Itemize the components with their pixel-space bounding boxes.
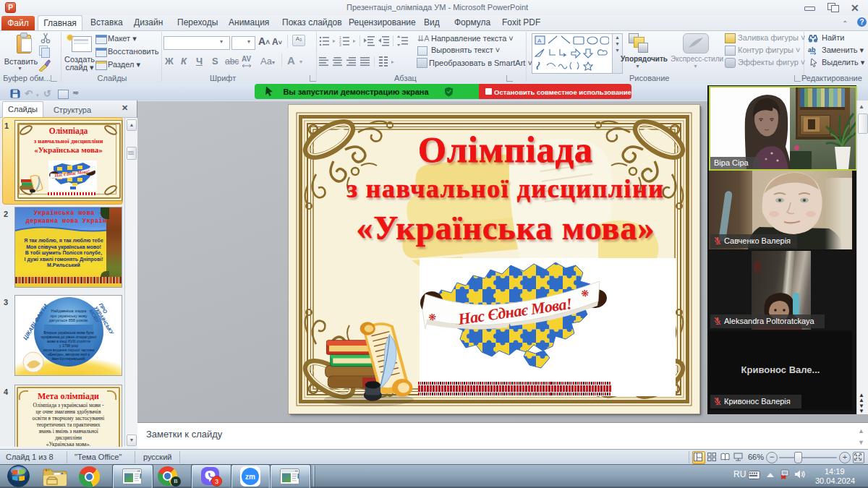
svg-text:❋: ❋ bbox=[580, 288, 590, 299]
svg-text:❋: ❋ bbox=[427, 312, 437, 323]
svg-text:3: 3 bbox=[339, 43, 341, 46]
svg-text:3: 3 bbox=[215, 478, 218, 485]
svg-text:zm: zm bbox=[245, 473, 255, 481]
svg-text:A: A bbox=[537, 38, 542, 44]
